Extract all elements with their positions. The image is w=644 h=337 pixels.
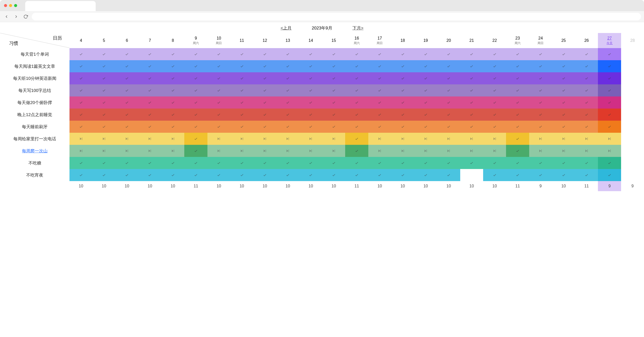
habit-day-cell[interactable] — [529, 145, 552, 157]
address-bar[interactable] — [32, 13, 641, 20]
habit-day-cell[interactable] — [207, 96, 230, 109]
habit-day-cell[interactable] — [230, 48, 253, 60]
habit-day-cell[interactable] — [391, 72, 414, 84]
habit-day-cell[interactable] — [322, 109, 345, 121]
habit-day-cell[interactable] — [184, 169, 207, 181]
habit-day-cell[interactable] — [483, 145, 506, 157]
day-header-cell[interactable]: 11 — [230, 33, 253, 48]
habit-day-cell[interactable] — [460, 72, 483, 84]
habit-day-cell[interactable] — [506, 145, 529, 157]
habit-day-cell[interactable] — [322, 121, 345, 133]
habit-day-cell[interactable] — [138, 48, 161, 60]
habit-day-cell[interactable] — [483, 60, 506, 72]
habit-day-cell[interactable] — [598, 109, 621, 121]
habit-day-cell[interactable] — [621, 60, 644, 72]
habit-day-cell[interactable] — [414, 133, 437, 145]
habit-day-cell[interactable] — [345, 48, 368, 60]
habit-day-cell[interactable] — [621, 145, 644, 157]
habit-day-cell[interactable] — [322, 84, 345, 96]
habit-day-cell[interactable] — [368, 145, 391, 157]
day-header-cell[interactable]: 4 — [69, 33, 92, 48]
habit-day-cell[interactable] — [116, 60, 138, 72]
day-header-cell[interactable]: 8 — [161, 33, 184, 48]
habit-day-cell[interactable] — [230, 145, 253, 157]
habit-day-cell[interactable] — [253, 48, 276, 60]
habit-day-cell[interactable] — [69, 48, 92, 60]
habit-day-cell[interactable] — [414, 145, 437, 157]
habit-day-cell[interactable] — [345, 145, 368, 157]
day-header-cell[interactable]: 7 — [138, 33, 161, 48]
habit-day-cell[interactable] — [138, 145, 161, 157]
habit-day-cell[interactable] — [368, 169, 391, 181]
habit-day-cell[interactable] — [575, 169, 598, 181]
habit-day-cell[interactable] — [322, 48, 345, 60]
habit-day-cell[interactable] — [276, 109, 299, 121]
habit-day-cell[interactable] — [414, 60, 437, 72]
habit-day-cell[interactable] — [69, 109, 92, 121]
habit-day-cell[interactable] — [184, 145, 207, 157]
habit-day-cell[interactable] — [322, 60, 345, 72]
habit-day-cell[interactable] — [299, 84, 322, 96]
habit-day-cell[interactable] — [575, 133, 598, 145]
habit-day-cell[interactable] — [116, 109, 138, 121]
habit-day-cell[interactable] — [621, 169, 644, 181]
habit-day-cell[interactable] — [322, 145, 345, 157]
habit-day-cell[interactable] — [368, 72, 391, 84]
habit-day-cell[interactable] — [207, 60, 230, 72]
habit-day-cell[interactable] — [621, 133, 644, 145]
habit-day-cell[interactable] — [116, 157, 138, 169]
habit-day-cell[interactable] — [116, 96, 138, 109]
habit-day-cell[interactable] — [621, 72, 644, 84]
habit-day-cell[interactable] — [598, 121, 621, 133]
habit-day-cell[interactable] — [92, 96, 115, 109]
habit-day-cell[interactable] — [506, 109, 529, 121]
habit-day-cell[interactable] — [184, 84, 207, 96]
habit-day-cell[interactable] — [322, 96, 345, 109]
habit-day-cell[interactable] — [207, 169, 230, 181]
habit-day-cell[interactable] — [92, 48, 115, 60]
habit-day-cell[interactable] — [116, 48, 138, 60]
habit-day-cell[interactable] — [345, 96, 368, 109]
habit-day-cell[interactable] — [69, 169, 92, 181]
day-header-cell[interactable]: 23周六 — [506, 33, 529, 48]
habit-day-cell[interactable] — [483, 121, 506, 133]
habit-day-cell[interactable] — [276, 84, 299, 96]
habit-day-cell[interactable] — [506, 133, 529, 145]
habit-day-cell[interactable] — [116, 133, 138, 145]
habit-day-cell[interactable] — [414, 109, 437, 121]
habit-day-cell[interactable] — [161, 48, 184, 60]
habit-day-cell[interactable] — [575, 84, 598, 96]
habit-day-cell[interactable] — [552, 121, 575, 133]
habit-day-cell[interactable] — [184, 72, 207, 84]
habit-day-cell[interactable] — [69, 121, 92, 133]
habit-day-cell[interactable] — [414, 84, 437, 96]
habit-day-cell[interactable] — [116, 72, 138, 84]
habit-day-cell[interactable] — [460, 145, 483, 157]
habit-day-cell[interactable] — [184, 157, 207, 169]
habit-day-cell[interactable] — [92, 84, 115, 96]
habit-day-cell[interactable] — [116, 169, 138, 181]
habit-day-cell[interactable] — [69, 133, 92, 145]
habit-day-cell[interactable] — [161, 133, 184, 145]
habit-day-cell[interactable] — [575, 96, 598, 109]
day-header-cell[interactable]: 14 — [299, 33, 322, 48]
habit-day-cell[interactable] — [69, 96, 92, 109]
habit-day-cell[interactable] — [483, 48, 506, 60]
habit-day-cell[interactable] — [368, 157, 391, 169]
habit-day-cell[interactable] — [161, 109, 184, 121]
habit-day-cell[interactable] — [253, 121, 276, 133]
habit-day-cell[interactable] — [621, 121, 644, 133]
habit-day-cell[interactable] — [253, 96, 276, 109]
habit-day-cell[interactable] — [276, 60, 299, 72]
habit-day-cell[interactable] — [598, 145, 621, 157]
habit-day-cell[interactable] — [138, 169, 161, 181]
habit-day-cell[interactable] — [621, 84, 644, 96]
habit-day-cell[interactable] — [92, 133, 115, 145]
day-header-cell[interactable]: 19 — [414, 33, 437, 48]
habit-day-cell[interactable] — [506, 72, 529, 84]
habit-day-cell[interactable] — [598, 169, 621, 181]
habit-day-cell[interactable] — [161, 157, 184, 169]
habit-day-cell[interactable] — [437, 145, 460, 157]
habit-day-cell[interactable] — [483, 84, 506, 96]
habit-day-cell[interactable] — [161, 121, 184, 133]
